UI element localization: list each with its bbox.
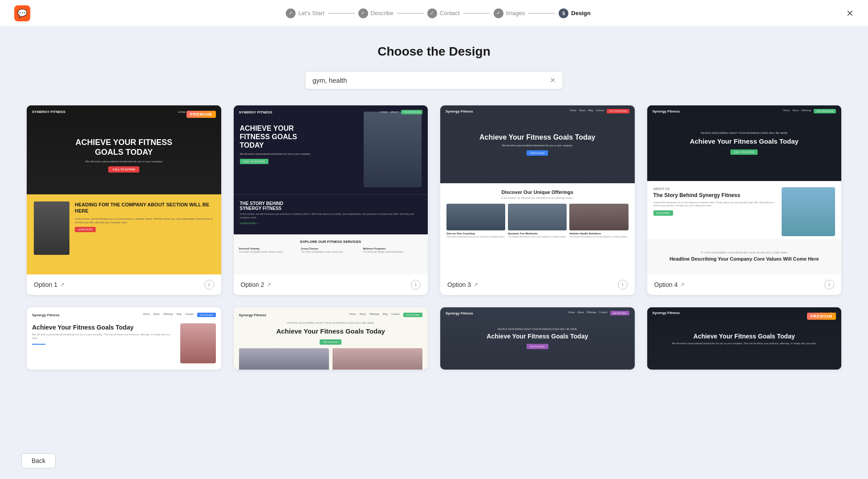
- option4-label: Option 4: [654, 281, 678, 288]
- opt2-service-label-1: Personal Training: [239, 247, 299, 250]
- opt6-cta-btn: Get To Action: [320, 339, 341, 345]
- option2-external-icon[interactable]: ↗: [267, 282, 271, 288]
- connector-2: [397, 13, 424, 14]
- opt2-hero-image: [364, 112, 422, 187]
- opt2-learn-more: LEARN MORE >: [240, 222, 422, 225]
- option2-preview: SYNERGY FITNESS HOME ABOUT CTA TO ACTION…: [234, 105, 428, 274]
- design-option-1[interactable]: SYNERGY FITNESS HOME ABOUT SERVICES PREM…: [27, 105, 221, 295]
- opt4-hero: Synergy Fitness Home About Offerings CTA…: [647, 105, 842, 181]
- opt7-hero: Synergy Fitness Home About Offerings Con…: [440, 307, 635, 370]
- design-option-5[interactable]: Synergy Fitness Home About Offerings Blo…: [27, 307, 221, 370]
- step-label-1: Let's Start: [298, 10, 324, 16]
- connector-3: [463, 13, 490, 14]
- opt4-cta-nav: CTA TO ACTION: [814, 109, 836, 113]
- opt2-services-title: EXPLORE OUR FITNESS SERVICES: [239, 240, 423, 244]
- opt3-nav-blog: Blog: [588, 109, 593, 113]
- opt4-brand: Synergy Fitness: [653, 109, 680, 113]
- option4-preview: Synergy Fitness Home About Offerings CTA…: [647, 105, 842, 274]
- opt6-images: [239, 348, 423, 370]
- opt3-offerings-title: Discover Our Unique Offerings: [446, 189, 629, 195]
- option1-info-button[interactable]: i: [204, 280, 214, 290]
- opt5-cta-nav: Get To Action: [197, 313, 216, 317]
- option3-label-wrap: Option 3 ↗: [447, 281, 478, 288]
- option3-external-icon[interactable]: ↗: [474, 282, 478, 288]
- step-describe[interactable]: ✓ Describe: [358, 8, 393, 18]
- option5-preview: Synergy Fitness Home About Offerings Blo…: [27, 307, 221, 370]
- opt4-nav: Synergy Fitness Home About Offerings CTA…: [647, 109, 842, 113]
- opt8-sub: We will write a personalized introductio…: [672, 342, 816, 345]
- opt7-nav: Synergy Fitness Home About Offerings Con…: [440, 311, 635, 315]
- opt2-nav-about: ABOUT: [390, 111, 399, 113]
- opt4-values-super: IF YOUR DESCRIBING YOUR HEADLINE YOUR VA…: [701, 251, 787, 254]
- opt2-title: ACHIEVE YOURFITNESS GOALSTODAY: [240, 124, 359, 150]
- opt3-hero-title: Achieve Your Fitness Goals Today: [479, 133, 596, 142]
- opt3-card-label-3: Holistic Health Solutions: [569, 232, 628, 235]
- opt3-cta-nav: CUT TO ACTION: [607, 109, 629, 113]
- step-images[interactable]: ✓ Images: [494, 8, 525, 18]
- opt2-about-title: THE STORY BEHINDSYNERGY FITNESS: [240, 201, 422, 211]
- step-circle-4: ✓: [494, 8, 503, 18]
- opt1-about: HEADING FOR THE COMPANY ABOUT SECTION WI…: [27, 194, 221, 274]
- option6-preview: Synergy Fitness Home About Offerings Blo…: [234, 307, 428, 370]
- opt3-nav-about: About: [579, 109, 585, 113]
- opt5-nav-blog: Blog: [177, 313, 182, 317]
- opt2-service-label-2: Group Classes: [301, 247, 361, 250]
- clear-search-button[interactable]: ✕: [550, 76, 556, 85]
- step-contact[interactable]: ✓ Contact: [427, 8, 460, 18]
- opt2-service-desc-1: The section will highlight specific serv…: [239, 251, 299, 253]
- option1-preview: SYNERGY FITNESS HOME ABOUT SERVICES PREM…: [27, 105, 221, 274]
- design-option-6[interactable]: Synergy Fitness Home About Offerings Blo…: [234, 307, 428, 370]
- opt2-subtitle: We will write a personalized introductio…: [240, 153, 359, 155]
- option4-info-button[interactable]: i: [824, 280, 834, 290]
- option3-info-button[interactable]: i: [618, 280, 628, 290]
- opt1-nav-link-home: HOME: [178, 111, 186, 113]
- opt6-title: Achieve Your Fitness Goals Today: [239, 327, 423, 336]
- app-logo: 💬: [14, 5, 30, 21]
- connector-4: [528, 13, 555, 14]
- opt1-about-content: HEADING FOR THE COMPANY ABOUT SECTION WI…: [75, 201, 214, 267]
- opt4-about-image: [782, 187, 835, 236]
- search-input[interactable]: [312, 76, 550, 84]
- opt1-brand: SYNERGY FITNESS: [32, 110, 65, 114]
- option2-footer: Option 2 ↗ i: [234, 274, 428, 295]
- opt2-service-desc-3: The section will highlight specific deli…: [363, 251, 423, 253]
- design-option-2[interactable]: SYNERGY FITNESS HOME ABOUT CTA TO ACTION…: [234, 105, 428, 295]
- opt3-card-img-3: [569, 204, 628, 230]
- opt4-about-title-text: The Story Behind Synergy Fitness: [653, 192, 777, 199]
- opt2-nav-home: HOME: [380, 111, 388, 113]
- option1-label: Option 1: [34, 281, 57, 288]
- opt6-nav-links: Home About Offerings Blog Custom CeT To …: [349, 313, 422, 317]
- opt5-content: Achieve Your Fitness Goals Today We will…: [32, 323, 216, 363]
- step-circle-5: 5: [559, 8, 568, 18]
- opt5-title: Achieve Your Fitness Goals Today: [32, 323, 176, 331]
- option2-info-button[interactable]: i: [411, 280, 421, 290]
- opt3-card-label-2: Dynamic Fun Workouts: [508, 232, 567, 235]
- option2-label-wrap: Option 2 ↗: [241, 281, 272, 288]
- back-button[interactable]: Back: [21, 453, 56, 468]
- design-option-7[interactable]: Synergy Fitness Home About Offerings Con…: [440, 307, 635, 370]
- option4-external-icon[interactable]: ↗: [680, 282, 685, 288]
- design-option-3[interactable]: Synergy Fitness Home About Blog Contact …: [440, 105, 635, 295]
- opt1-premium-badge: PREMIUM: [187, 111, 216, 118]
- opt3-card-text-2: The section will introduce you to your b…: [508, 236, 567, 238]
- opt8-title: Achieve Your Fitness Goals Today: [694, 332, 795, 340]
- close-button[interactable]: ✕: [846, 8, 854, 19]
- opt3-card-text-1: The section will introduce you to your b…: [446, 236, 505, 238]
- step-label-3: Contact: [440, 10, 460, 16]
- search-container: ✕: [27, 71, 841, 89]
- opt4-about-text: ABOUT US The Story Behind Synergy Fitnes…: [653, 187, 777, 233]
- design-option-8[interactable]: Synergy Fitness Home About PREMIUM Achie…: [647, 307, 842, 370]
- step-design[interactable]: 5 Design: [559, 8, 590, 18]
- opt2-service-desc-2: The section will highlight to visitors a…: [301, 251, 361, 253]
- option1-external-icon[interactable]: ↗: [60, 282, 65, 288]
- design-option-4[interactable]: Synergy Fitness Home About Offerings CTA…: [647, 105, 842, 295]
- stepper: ✓ Let's Start ✓ Describe ✓ Contact ✓ Ima…: [286, 8, 590, 18]
- opt4-about-body: A good pitch introduces you to your busi…: [653, 201, 777, 208]
- opt3-card-1: One-on-One Coaching The section will int…: [446, 204, 505, 238]
- step-lets-start[interactable]: ✓ Let's Start: [286, 8, 324, 18]
- step-label-2: Describe: [371, 10, 393, 16]
- design-grid-row2: Synergy Fitness Home About Offerings Blo…: [27, 307, 841, 370]
- opt3-nav-contact: Contact: [596, 109, 604, 113]
- option4-label-wrap: Option 4 ↗: [654, 281, 685, 288]
- opt5-wrap: Synergy Fitness Home About Offerings Blo…: [27, 307, 221, 369]
